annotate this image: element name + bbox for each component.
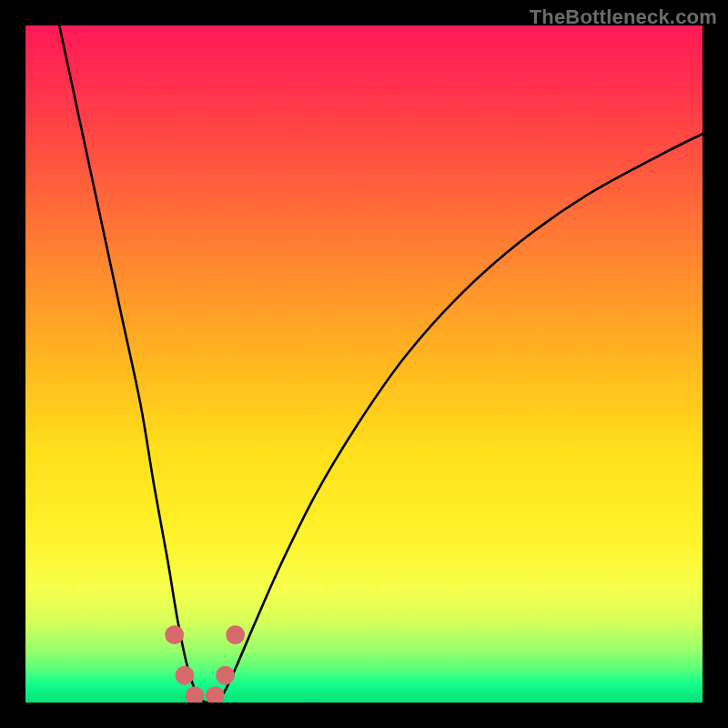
bottleneck-curve xyxy=(59,25,703,703)
curve-marker xyxy=(226,625,245,644)
curve-marker xyxy=(206,686,225,703)
curve-marker xyxy=(175,666,194,685)
curve-marker xyxy=(186,686,205,703)
curve-marker xyxy=(165,625,184,644)
chart-svg xyxy=(25,25,703,703)
curve-marker xyxy=(216,666,235,685)
curve-markers xyxy=(165,625,245,703)
plot-area xyxy=(25,25,703,703)
chart-frame: TheBottleneck.com xyxy=(0,0,728,728)
